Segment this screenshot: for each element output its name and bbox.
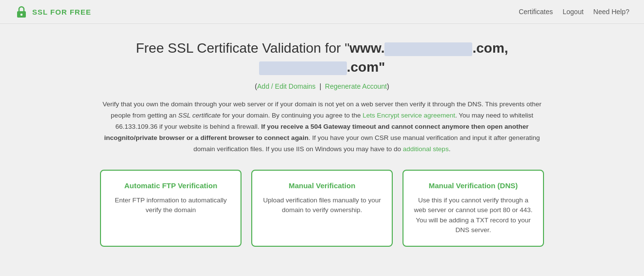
nav-logout[interactable]: Logout [563, 8, 584, 16]
automatic-ftp-desc: Enter FTP information to automatically v… [111, 196, 231, 216]
additional-steps-link[interactable]: additional steps [403, 145, 449, 153]
lock-icon [15, 5, 28, 19]
main-nav: Certificates Logout Need Help? [519, 8, 629, 16]
logo-text: SSL FOR FREE [32, 8, 91, 16]
description: Verify that you own the domain through y… [102, 99, 542, 155]
manual-verification-desc: Upload verification files manually to yo… [262, 196, 382, 216]
regenerate-account-link[interactable]: Regenerate Account [325, 82, 387, 90]
subtitle-links: (Add / Edit Domains | Regenerate Account… [93, 82, 551, 90]
svg-rect-1 [20, 14, 22, 16]
nav-certificates[interactable]: Certificates [519, 8, 553, 16]
nav-help[interactable]: Need Help? [593, 8, 629, 16]
manual-dns-title: Manual Verification (DNS) [413, 181, 533, 190]
verification-cards: Automatic FTP Verification Enter FTP inf… [93, 170, 551, 247]
main-content: Free SSL Certificate Validation for "www… [83, 24, 561, 261]
domain-redacted [384, 42, 472, 56]
logo: SSL FOR FREE [15, 5, 91, 19]
domain-redacted-2 [259, 61, 347, 75]
lets-encrypt-link[interactable]: Lets Encrypt service agreement [362, 112, 455, 119]
manual-verification-card[interactable]: Manual Verification Upload verification … [251, 170, 393, 247]
automatic-ftp-title: Automatic FTP Verification [111, 181, 231, 190]
add-edit-domains-link[interactable]: Add / Edit Domains [257, 82, 316, 90]
manual-dns-card[interactable]: Manual Verification (DNS) Use this if yo… [402, 170, 544, 247]
automatic-ftp-card[interactable]: Automatic FTP Verification Enter FTP inf… [100, 170, 242, 247]
manual-dns-desc: Use this if you cannot verify through a … [413, 196, 533, 235]
page-title: Free SSL Certificate Validation for "www… [93, 39, 551, 77]
manual-verification-title: Manual Verification [262, 181, 382, 190]
site-header: SSL FOR FREE Certificates Logout Need He… [0, 0, 644, 24]
